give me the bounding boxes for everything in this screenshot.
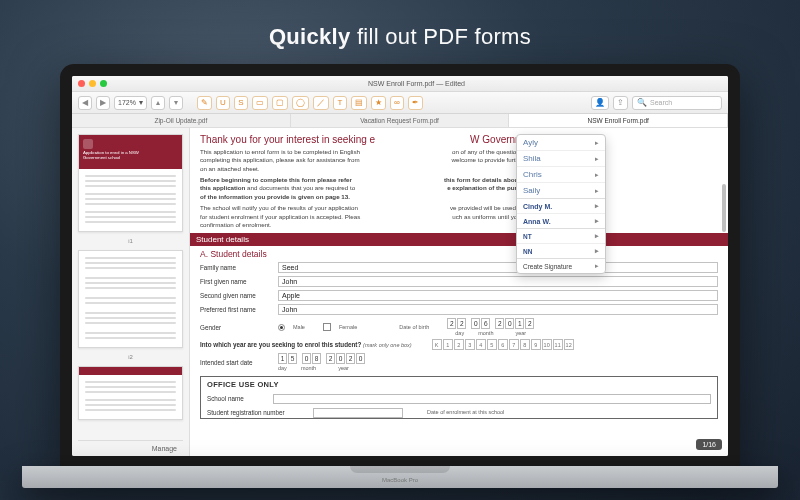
thumb2-label: i2 [78,354,183,360]
zoom-select[interactable]: 172%▾ [114,96,147,110]
chevron-right-icon: ▸ [595,139,599,147]
page-thumb-3[interactable] [78,366,183,420]
sig-option[interactable]: Shila▸ [517,150,605,166]
label-first: First given name [200,278,272,285]
doc-bold-note: Before beginning to complete this form p… [200,176,718,201]
subheading-a: A. Student details [200,249,718,259]
input-srn[interactable] [313,408,403,418]
dob-cells[interactable]: 22 06 2012 [447,318,534,329]
input-schoolname[interactable] [273,394,711,404]
sig-option[interactable]: Anna W.▸ [517,213,605,228]
close-icon[interactable] [78,80,85,87]
marketing-headline: Quickly fill out PDF forms [0,24,800,50]
input-second[interactable]: Apple [278,290,718,301]
laptop-label: MacBook Pro [22,477,778,483]
strike-tool-button[interactable]: S [234,96,248,110]
oval-tool-button[interactable]: ◯ [292,96,309,110]
create-signature[interactable]: Create Signature▸ [517,259,605,273]
radio-female[interactable] [323,323,331,331]
highlight-tool-button[interactable]: ▭ [252,96,268,110]
manage-button[interactable]: Manage [78,440,183,456]
window-titlebar: NSW Enroll Form.pdf — Edited [72,76,728,92]
label-pref: Preferred first name [200,306,272,313]
window-title: NSW Enroll Form.pdf — Edited [111,80,722,87]
laptop-frame: NSW Enroll Form.pdf — Edited ◀ ▶ 172%▾ ▴… [60,64,740,488]
page-thumb-1[interactable]: Application to enrol in a NSW Government… [78,134,183,232]
thumbnail-sidebar: Application to enrol in a NSW Government… [72,128,190,456]
stamp-tool-button[interactable]: ★ [371,96,386,110]
pen-tool-button[interactable]: ✎ [197,96,212,110]
input-pref[interactable]: John [278,304,718,315]
gov-logo-icon [83,139,93,149]
toolbar: ◀ ▶ 172%▾ ▴ ▾ ✎ U S ▭ ▢ ◯ ／ T ▤ ★ ∞ ✒ 👤 [72,92,728,114]
section-student-details: Student details [190,233,728,246]
nav-back-button[interactable]: ◀ [78,96,92,110]
line-tool-button[interactable]: ／ [313,96,329,110]
input-family[interactable]: Seed [278,262,718,273]
doc-heading: Thank you for your interest in seeking e… [200,134,718,145]
note-tool-button[interactable]: ▤ [351,96,367,110]
intended-cells[interactable]: 15 08 2020 [278,353,365,364]
tab-zipoil[interactable]: Zip-Oil Update.pdf [72,114,291,127]
sig-option[interactable]: NN▸ [517,243,605,258]
sig-option[interactable]: Ayly▸ [517,135,605,150]
sig-option[interactable]: Chris▸ [517,166,605,182]
office-use-box: OFFICE USE ONLY School name Student regi… [200,376,718,419]
label-second: Second given name [200,292,272,299]
sig-option[interactable]: NT▸ [517,229,605,243]
signature-menu: Ayly▸ Shila▸ Chris▸ Saily▸ Cindy M.▸ Ann… [516,134,606,274]
nav-fwd-button[interactable]: ▶ [96,96,110,110]
search-input[interactable]: 🔍Search [632,96,722,110]
radio-male[interactable] [278,324,285,331]
input-first[interactable]: John [278,276,718,287]
nav-up-button[interactable]: ▴ [151,96,165,110]
label-dob: Date of birth [399,324,429,330]
label-intended: Intended start date [200,359,272,366]
signature-tool-button[interactable]: ✒ [408,96,423,110]
nav-down-button[interactable]: ▾ [169,96,183,110]
thumb1-label: i1 [78,238,183,244]
label-family: Family name [200,264,272,271]
text-tool-button[interactable]: T [333,96,347,110]
link-tool-button[interactable]: ∞ [390,96,404,110]
page-indicator: 1/16 [696,439,722,450]
app-window: NSW Enroll Form.pdf — Edited ◀ ▶ 172%▾ ▴… [72,76,728,456]
search-icon: 🔍 [637,99,647,107]
label-enrol-year: Into which year are you seeking to enrol… [200,341,361,348]
document-view[interactable]: Thank you for your interest in seeking e… [190,128,728,456]
zoomwin-icon[interactable] [100,80,107,87]
user-button[interactable]: 👤 [591,96,609,110]
underline-tool-button[interactable]: U [216,96,230,110]
tab-vacation[interactable]: Vacation Request Form.pdf [291,114,510,127]
minimize-icon[interactable] [89,80,96,87]
label-gender: Gender [200,324,272,331]
enrol-year-boxes[interactable]: K123456789101112 [432,339,574,350]
document-tabs: Zip-Oil Update.pdf Vacation Request Form… [72,114,728,128]
tab-nsw-enroll[interactable]: NSW Enroll Form.pdf [509,114,728,127]
page-thumb-2[interactable] [78,250,183,348]
doc-intro: This application to enrol form is to be … [200,148,718,173]
scrollbar-thumb[interactable] [722,184,726,232]
doc-notify: The school will notify you of the result… [200,204,718,229]
rect-tool-button[interactable]: ▢ [272,96,288,110]
sig-option[interactable]: Saily▸ [517,182,605,198]
sig-option[interactable]: Cindy M.▸ [517,199,605,213]
thumb1-title: Application to enrol in a NSW Government… [83,151,152,161]
share-button[interactable]: ⇪ [613,96,628,110]
